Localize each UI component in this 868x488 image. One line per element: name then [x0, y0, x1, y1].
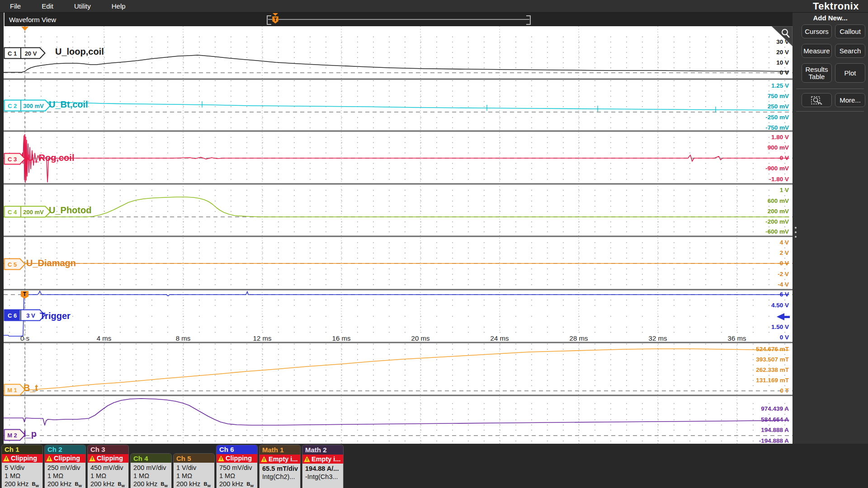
axis-value-label: -1.80 V	[721, 176, 789, 183]
footer-badge-ch4[interactable]: Ch 4200 mV/div1 MΩ200 kHzBW	[130, 453, 172, 488]
clipping-warning: !Clipping	[88, 454, 128, 463]
time-axis-label: 32 ms	[649, 334, 667, 342]
svg-text:C 4: C 4	[8, 209, 17, 216]
overview-trigger-position-icon[interactable]: T	[272, 16, 278, 23]
footer-badge-row: 194.88 A/...	[305, 465, 343, 473]
channel-badge-C3[interactable]: C 3	[4, 153, 26, 165]
footer-badge-row: 1 MΩ	[90, 472, 128, 480]
menu-help[interactable]: Help	[112, 2, 126, 10]
menu-utility[interactable]: Utility	[74, 2, 91, 10]
overview-line	[268, 19, 529, 20]
axis-value-label: 1.50 V	[721, 324, 789, 331]
side-button-measure[interactable]: Measure	[802, 44, 832, 58]
channel-badge-M1[interactable]: M 1	[4, 384, 26, 396]
footer-badge-row: -Intg(Ch3...	[305, 473, 343, 481]
side-button-callout[interactable]: Callout	[835, 24, 865, 38]
trigger-level-arrow-icon[interactable]	[777, 313, 784, 320]
channel-label-C6[interactable]: Trigger	[40, 311, 71, 321]
svg-text:20 V: 20 V	[25, 50, 37, 57]
footer-badge-ch1[interactable]: Ch 1!Clipping5 V/div1 MΩ200 kHzBW	[1, 445, 43, 488]
channel-label-M1[interactable]: B_t	[24, 383, 38, 393]
footer-badge-ch6[interactable]: Ch 6!Clipping750 mV/div1 MΩ200 kHzBW	[216, 445, 258, 488]
channel-badge-M2[interactable]: M 2	[4, 429, 26, 441]
warning-text: Empty i...	[269, 455, 297, 463]
footer-badge-ch5[interactable]: Ch 51 V/div1 MΩ200 kHzBW	[173, 453, 215, 488]
warning-text: Clipping	[97, 455, 123, 462]
footer-badge-math1[interactable]: Math 1!Empty i...65.5 mT/divIntg(Ch2)...	[259, 445, 301, 488]
footer-badge-row: 200 kHzBW	[5, 480, 42, 488]
axis-value-label: -4 V	[721, 281, 789, 288]
channel-label-C1[interactable]: U_loop,coil	[55, 47, 104, 57]
footer-badge-row: 1 MΩ	[47, 472, 85, 480]
footer-badge-title: Ch 6	[217, 445, 257, 454]
footer-badge-row: 250 mV/div	[47, 464, 85, 472]
axis-value-label: 194.888 A	[721, 427, 789, 434]
axis-value-label: -200 mV	[721, 218, 789, 225]
channel-label-C5[interactable]: U_Diamagn	[26, 258, 76, 268]
side-button-cursors[interactable]: Cursors	[802, 24, 832, 38]
channel-label-C3[interactable]: U_Rog,coil	[27, 153, 74, 163]
side-button-zoom-tool[interactable]	[802, 93, 832, 107]
bandwidth-limit-icon: BW	[203, 480, 211, 488]
add-new-heading: Add New...	[793, 14, 868, 22]
channel-label-C4[interactable]: U_Photod	[49, 205, 91, 216]
clipping-warning: !Empty i...	[259, 455, 300, 464]
acquisition-overview-bar[interactable]: T	[267, 15, 531, 24]
footer-badge-math2[interactable]: Math 2!Empty i...194.88 A/...-Intg(Ch3..…	[302, 445, 344, 488]
bandwidth-limit-icon: BW	[32, 480, 39, 488]
panel-splitter-dot[interactable]	[795, 227, 797, 229]
svg-text:M 1: M 1	[7, 387, 17, 394]
bandwidth-limit-icon: BW	[75, 480, 82, 488]
warning-text: Clipping	[54, 455, 80, 462]
bandwidth-limit-icon: BW	[118, 480, 125, 488]
axis-value-label: 750 mV	[721, 93, 789, 100]
channel-badge-C5[interactable]: C 5	[4, 258, 26, 270]
axis-value-label: 974.439 A	[721, 405, 789, 413]
footer-badge-body: 194.88 A/...-Intg(Ch3...	[302, 464, 343, 488]
channel-label-C2[interactable]: U_Bt,coil	[49, 99, 88, 110]
menu-file[interactable]: File	[10, 2, 21, 10]
panel-splitter-dot[interactable]	[795, 236, 797, 238]
channel-badge-C2[interactable]: C 2300 mV	[4, 99, 51, 112]
time-axis-label: 20 ms	[411, 334, 430, 342]
axis-value-label: 1.80 V	[721, 134, 789, 141]
warning-icon: !	[46, 455, 52, 461]
side-button-plot[interactable]: Plot	[835, 63, 865, 83]
channel-label-M2[interactable]: I_p	[24, 429, 37, 439]
side-button-more[interactable]: More...	[835, 93, 865, 107]
warning-text: Clipping	[11, 455, 37, 462]
waveform-canvas[interactable]: 0 s4 ms8 ms12 ms16 ms20 ms24 ms28 ms32 m…	[4, 26, 793, 444]
axis-value-label: 10 V	[721, 59, 789, 66]
footer-badge-ch3[interactable]: Ch 3!Clipping450 mV/div1 MΩ200 kHzBW	[87, 445, 129, 488]
zoom-corner-button[interactable]	[772, 26, 793, 46]
axis-value-label: 524.676 mT	[721, 346, 789, 353]
trace-C1	[4, 55, 789, 72]
trace-C4	[4, 197, 789, 217]
channel-badge-C1[interactable]: C 120 V	[4, 47, 46, 59]
menu-edit[interactable]: Edit	[42, 2, 53, 10]
time-axis-label: 4 ms	[97, 334, 112, 342]
trace-M1	[4, 349, 789, 391]
footer-badge-ch2[interactable]: Ch 2!Clipping250 mV/div1 MΩ200 kHzBW	[44, 445, 86, 488]
menu-bar: FileEditUtilityHelp	[0, 0, 868, 13]
footer-badge-title: Ch 4	[131, 454, 171, 463]
axis-value-label: 0 T	[721, 387, 789, 394]
svg-text:3 V: 3 V	[26, 312, 35, 319]
footer-badge-row: 200 kHzBW	[219, 480, 257, 488]
footer-badge-title: Ch 1	[2, 445, 42, 454]
trigger-top-marker-icon[interactable]	[21, 27, 28, 31]
side-button-results-table[interactable]: Results Table	[802, 63, 832, 83]
trace-C2	[4, 100, 789, 110]
side-button-search[interactable]: Search	[835, 44, 865, 58]
footer-badge-title: Math 2	[302, 445, 343, 455]
footer-badge-title: Ch 2	[45, 445, 85, 454]
footer-badge-body: 1 V/div1 MΩ200 kHzBW	[174, 463, 214, 488]
axis-value-label: 393.507 mT	[721, 356, 789, 363]
panel-splitter-dot[interactable]	[795, 231, 797, 233]
svg-text:200 mV: 200 mV	[23, 209, 44, 216]
channel-badge-C4[interactable]: C 4200 mV	[4, 206, 51, 218]
svg-text:C 6: C 6	[8, 312, 17, 319]
footer-badge-row: 5 V/div	[5, 464, 42, 472]
axis-value-label: 6 V	[721, 291, 789, 298]
right-side-panel: Add New... CursorsCalloutMeasureSearchRe…	[793, 13, 868, 444]
